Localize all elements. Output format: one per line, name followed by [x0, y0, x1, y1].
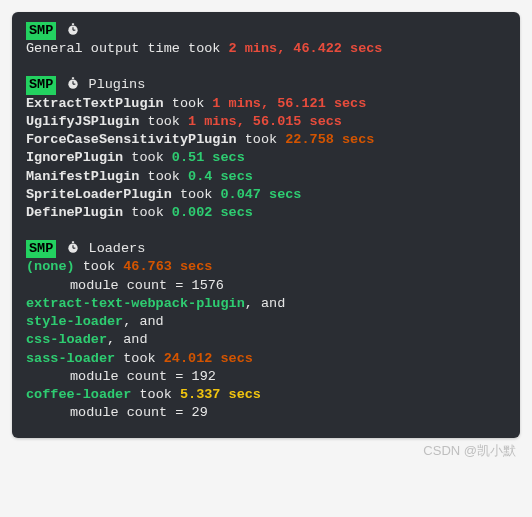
loader-name: style-loader: [26, 314, 123, 329]
loader-time: 5.337 secs: [180, 387, 261, 402]
plugin-row: UglifyJSPlugin took 1 mins, 56.015 secs: [26, 113, 506, 131]
plugin-name: DefinePlugin: [26, 205, 123, 220]
loader-row: coffee-loader took 5.337 secs: [26, 386, 506, 404]
stopwatch-icon: [66, 76, 80, 90]
loader-name: coffee-loader: [26, 387, 131, 402]
plugin-row: SpriteLoaderPlugin took 0.047 secs: [26, 186, 506, 204]
took-label: took: [123, 351, 155, 366]
module-count-line: module count = 1576: [26, 277, 506, 295]
plugin-time: 1 mins, 56.015 secs: [188, 114, 342, 129]
module-count-label: module count =: [70, 369, 192, 384]
section-general: SMP General output time took 2 mins, 46.…: [26, 22, 506, 58]
smp-badge: SMP: [26, 76, 56, 94]
loaders-list: (none) took 46.763 secsmodule count = 15…: [26, 258, 506, 422]
plugin-name: UglifyJSPlugin: [26, 114, 139, 129]
svg-rect-5: [72, 78, 74, 80]
took-label: took: [139, 387, 171, 402]
stopwatch-icon: [66, 240, 80, 254]
module-count-label: module count =: [70, 278, 192, 293]
loader-row: css-loader, and: [26, 331, 506, 349]
general-time: 2 mins, 46.422 secs: [229, 41, 383, 56]
took-label: took: [245, 132, 277, 147]
terminal-output: SMP General output time took 2 mins, 46.…: [12, 12, 520, 438]
plugins-list: ExtractTextPlugin took 1 mins, 56.121 se…: [26, 95, 506, 223]
took-label: took: [148, 114, 180, 129]
plugin-name: ManifestPlugin: [26, 169, 139, 184]
general-output-line: General output time took 2 mins, 46.422 …: [26, 40, 506, 58]
svg-rect-9: [72, 241, 74, 243]
plugin-name: ExtractTextPlugin: [26, 96, 164, 111]
svg-rect-1: [72, 23, 74, 25]
loader-suffix: , and: [245, 296, 286, 311]
module-count-line: module count = 192: [26, 368, 506, 386]
took-label: took: [131, 150, 163, 165]
general-prefix: General output time took: [26, 41, 220, 56]
took-label: took: [180, 187, 212, 202]
loader-name: (none): [26, 259, 75, 274]
loader-row: (none) took 46.763 secs: [26, 258, 506, 276]
loader-name: sass-loader: [26, 351, 115, 366]
section-loaders: SMP Loaders (none) took 46.763 secsmodul…: [26, 240, 506, 422]
loader-suffix: , and: [107, 332, 148, 347]
section-plugins: SMP Plugins ExtractTextPlugin took 1 min…: [26, 76, 506, 222]
loader-name: extract-text-webpack-plugin: [26, 296, 245, 311]
plugins-header: Plugins: [89, 77, 146, 92]
loaders-header: Loaders: [89, 241, 146, 256]
took-label: took: [83, 259, 115, 274]
took-label: took: [148, 169, 180, 184]
plugin-row: IgnorePlugin took 0.51 secs: [26, 149, 506, 167]
module-count-line: module count = 29: [26, 404, 506, 422]
loader-time: 24.012 secs: [164, 351, 253, 366]
plugin-time: 22.758 secs: [285, 132, 374, 147]
loader-row: style-loader, and: [26, 313, 506, 331]
took-label: took: [131, 205, 163, 220]
plugin-row: ExtractTextPlugin took 1 mins, 56.121 se…: [26, 95, 506, 113]
module-count-value: 192: [192, 369, 216, 384]
plugin-row: ForceCaseSensitivityPlugin took 22.758 s…: [26, 131, 506, 149]
loader-time: 46.763 secs: [123, 259, 212, 274]
loader-suffix: , and: [123, 314, 164, 329]
plugin-time: 0.51 secs: [172, 150, 245, 165]
took-label: took: [172, 96, 204, 111]
module-count-value: 1576: [192, 278, 224, 293]
plugin-time: 0.047 secs: [220, 187, 301, 202]
plugin-name: IgnorePlugin: [26, 150, 123, 165]
plugin-name: SpriteLoaderPlugin: [26, 187, 172, 202]
plugin-time: 0.4 secs: [188, 169, 253, 184]
loader-row: extract-text-webpack-plugin, and: [26, 295, 506, 313]
plugin-time: 0.002 secs: [172, 205, 253, 220]
stopwatch-icon: [66, 22, 80, 36]
loader-row: sass-loader took 24.012 secs: [26, 350, 506, 368]
plugin-row: ManifestPlugin took 0.4 secs: [26, 168, 506, 186]
loader-name: css-loader: [26, 332, 107, 347]
plugin-name: ForceCaseSensitivityPlugin: [26, 132, 237, 147]
watermark: CSDN @凯小默: [12, 438, 520, 460]
module-count-label: module count =: [70, 405, 192, 420]
module-count-value: 29: [192, 405, 208, 420]
plugin-time: 1 mins, 56.121 secs: [212, 96, 366, 111]
smp-badge: SMP: [26, 22, 56, 40]
plugin-row: DefinePlugin took 0.002 secs: [26, 204, 506, 222]
smp-badge: SMP: [26, 240, 56, 258]
